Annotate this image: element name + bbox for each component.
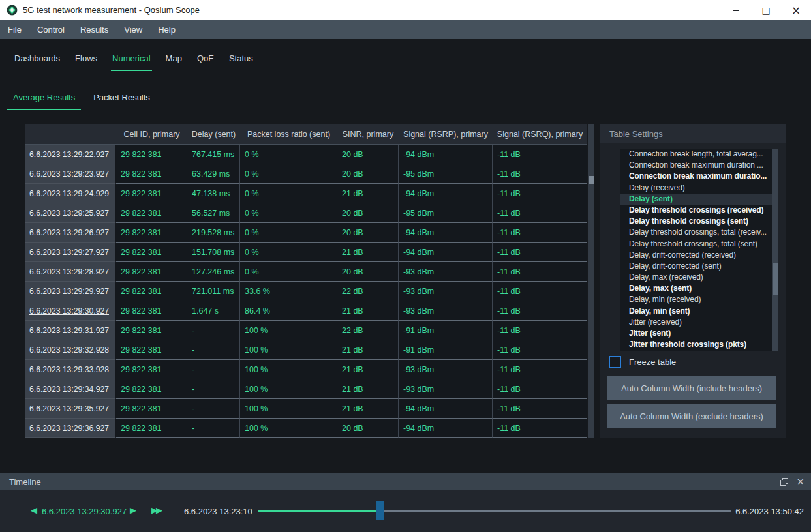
metric-list-item[interactable]: Delay (sent)	[620, 194, 772, 205]
main-tab[interactable]: Flows	[74, 53, 99, 71]
metric-list-item[interactable]: Delay, drift-corrected (received)	[620, 250, 772, 261]
cell-delay-sent: -	[187, 360, 240, 379]
table-row[interactable]: 6.6.2023 13:29:27.927 29 822 381 151.708…	[25, 243, 587, 262]
metric-list-item[interactable]: Jitter threshold crossings (pkts)	[620, 339, 772, 350]
cell-rsrq: -11 dB	[493, 399, 587, 419]
table-row[interactable]: 6.6.2023 13:29:31.927 29 822 381 - 100 %…	[25, 321, 587, 340]
cell-delay-sent: 63.429 ms	[187, 164, 240, 184]
metric-list-item[interactable]: Delay threshold crossings (received)	[620, 205, 772, 216]
metric-list-item[interactable]: Delay threshold crossings, total (sent)	[620, 239, 772, 250]
metric-list-item[interactable]: Delay, min (received)	[620, 294, 772, 305]
average-results-table: Cell ID, primaryDelay (sent)Packet loss …	[25, 124, 587, 438]
column-header[interactable]: Packet loss ratio (sent)	[240, 124, 337, 144]
cell-rsrq: -11 dB	[493, 419, 587, 438]
metric-list-item[interactable]: Connection break maximum duratio...	[620, 171, 772, 182]
table-row[interactable]: 6.6.2023 13:29:30.927 29 822 381 1.647 s…	[25, 301, 587, 321]
menu-item[interactable]: View	[121, 25, 145, 35]
column-header[interactable]: Delay (sent)	[187, 124, 240, 144]
table-row[interactable]: 6.6.2023 13:29:24.929 29 822 381 47.138 …	[25, 184, 587, 203]
metric-list-item[interactable]: Delay, max (received)	[620, 272, 772, 283]
auto-column-width-include-button[interactable]: Auto Column Width (include headers)	[607, 376, 776, 400]
cell-rsrp: -93 dBm	[399, 262, 493, 282]
result-subtab[interactable]: Packet Results	[87, 93, 156, 110]
result-subtab[interactable]: Average Results	[7, 93, 81, 110]
cell-delay-sent: -	[187, 419, 240, 438]
table-row[interactable]: 6.6.2023 13:29:23.927 29 822 381 63.429 …	[25, 164, 587, 184]
cell-packet-loss: 86.4 %	[240, 301, 337, 321]
minimize-icon[interactable]: ─	[721, 0, 751, 20]
table-row[interactable]: 6.6.2023 13:29:25.927 29 822 381 56.527 …	[25, 203, 587, 223]
timeline-header: Timeline ×	[0, 473, 811, 490]
cell-rsrp: -94 dBm	[399, 223, 493, 243]
float-panel-icon[interactable]	[780, 478, 788, 486]
table-row[interactable]: 6.6.2023 13:29:32.928 29 822 381 - 100 %…	[25, 340, 587, 360]
main-tab[interactable]: QoE	[196, 53, 215, 71]
metric-list-item[interactable]: Connection break maximum duration ...	[620, 160, 772, 171]
menu-item[interactable]: Control	[35, 25, 67, 35]
close-icon[interactable]: ×	[781, 0, 811, 20]
cell-rsrq: -11 dB	[493, 243, 587, 262]
metric-list-scrollbar-thumb[interactable]	[773, 263, 778, 295]
menu-item[interactable]: Results	[78, 25, 111, 35]
metric-list-item[interactable]: Delay threshold crossings (sent)	[620, 216, 772, 227]
column-header[interactable]: Signal (RSRQ), primary	[493, 124, 587, 144]
menu-item[interactable]: Help	[155, 25, 178, 35]
table-row[interactable]: 6.6.2023 13:29:29.927 29 822 381 721.011…	[25, 282, 587, 301]
metric-list-item[interactable]: Delay, min (sent)	[620, 306, 772, 317]
main-tab[interactable]: Numerical	[111, 53, 152, 71]
cell-rsrq: -11 dB	[493, 223, 587, 243]
table-scrollbar[interactable]	[588, 124, 594, 438]
table-row[interactable]: 6.6.2023 13:29:26.927 29 822 381 219.528…	[25, 223, 587, 243]
maximize-icon[interactable]: □	[751, 0, 781, 20]
slider-track-elapsed[interactable]	[258, 510, 376, 512]
close-panel-icon[interactable]: ×	[796, 477, 804, 487]
table-row[interactable]: 6.6.2023 13:29:35.927 29 822 381 - 100 %…	[25, 399, 587, 419]
table-scrollbar-thumb[interactable]	[589, 176, 594, 184]
slider-track-remaining[interactable]	[384, 510, 731, 512]
table-row[interactable]: 6.6.2023 13:29:22.927 29 822 381 767.415…	[25, 145, 587, 164]
cell-delay-sent: 219.528 ms	[187, 223, 240, 243]
cell-delay-sent: 47.138 ms	[187, 184, 240, 203]
metric-list-item[interactable]: Jitter (sent)	[620, 328, 772, 339]
timeline-title: Timeline	[9, 477, 41, 487]
column-header[interactable]: SINR, primary	[337, 124, 399, 144]
cell-sinr: 21 dB	[337, 243, 399, 262]
slider-handle[interactable]	[376, 501, 384, 520]
cell-sinr: 20 dB	[337, 223, 399, 243]
fast-forward-icon[interactable]: ▶▶	[151, 506, 161, 514]
cell-cell-id: 29 822 381	[116, 282, 187, 301]
freeze-table-checkbox[interactable]	[609, 356, 621, 368]
table-row[interactable]: 6.6.2023 13:29:33.928 29 822 381 - 100 %…	[25, 360, 587, 379]
metric-list-item[interactable]: Connection break length, total averag...	[620, 149, 772, 160]
metric-list-item[interactable]: Delay, drift-corrected (sent)	[620, 261, 772, 272]
cell-rsrp: -91 dBm	[399, 321, 493, 340]
column-header[interactable]: Cell ID, primary	[116, 124, 187, 144]
main-tab[interactable]: Status	[228, 53, 254, 71]
cell-cell-id: 29 822 381	[116, 399, 187, 419]
cell-sinr: 20 dB	[337, 203, 399, 223]
table-row[interactable]: 6.6.2023 13:29:34.927 29 822 381 - 100 %…	[25, 379, 587, 399]
cell-packet-loss: 100 %	[240, 379, 337, 399]
auto-column-width-exclude-button[interactable]: Auto Column Width (exclude headers)	[607, 404, 776, 428]
freeze-table-row: Freeze table	[609, 356, 676, 368]
play-icon[interactable]: ▶	[130, 506, 136, 514]
metric-list-item[interactable]: Delay threshold crossings, total (receiv…	[620, 227, 772, 238]
row-timestamp: 6.6.2023 13:29:27.927	[25, 243, 116, 262]
metric-list-item[interactable]: Delay (received)	[620, 183, 772, 194]
column-header[interactable]: Signal (RSRP), primary	[399, 124, 493, 144]
cell-rsrq: -11 dB	[493, 282, 587, 301]
step-back-icon[interactable]: ◀	[31, 506, 37, 514]
window-controls: ─ □ ×	[721, 0, 811, 20]
main-tab[interactable]: Map	[164, 53, 183, 71]
metric-list-item[interactable]: Jitter (received)	[620, 317, 772, 328]
table-row[interactable]: 6.6.2023 13:29:28.927 29 822 381 127.246…	[25, 262, 587, 282]
table-row[interactable]: 6.6.2023 13:29:36.927 29 822 381 - 100 %…	[25, 419, 587, 438]
main-tabs: DashboardsFlowsNumericalMapQoEStatus	[13, 53, 254, 71]
timeline-current-time: 6.6.2023 13:29:30.927	[42, 507, 127, 516]
metric-list-scrollbar[interactable]	[772, 149, 778, 351]
main-tab[interactable]: Dashboards	[13, 53, 61, 71]
timeline-slider[interactable]	[258, 499, 731, 522]
metric-list-item[interactable]: Delay, max (sent)	[620, 283, 772, 294]
menu-item[interactable]: File	[5, 25, 24, 35]
cell-cell-id: 29 822 381	[116, 379, 187, 399]
